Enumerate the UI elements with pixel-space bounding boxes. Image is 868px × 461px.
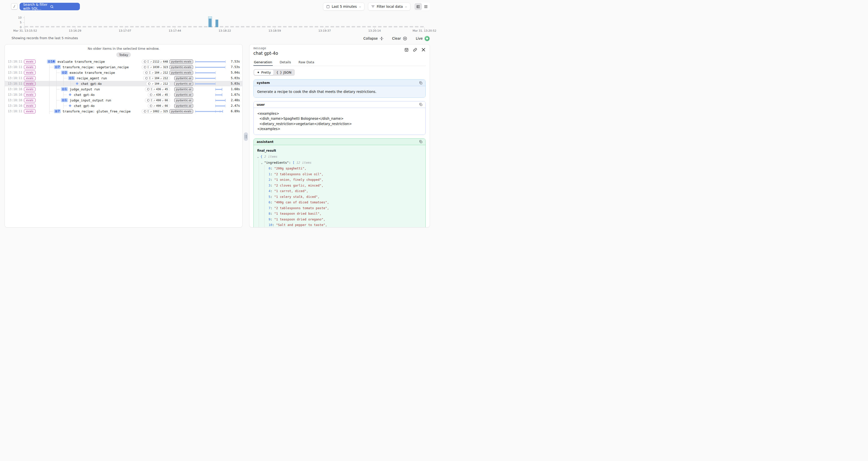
scope-tag[interactable]: pydantic-ai xyxy=(174,76,193,80)
trace-row[interactable]: 13:18:11evals⊞7transform_recipe: gluten_… xyxy=(5,109,242,114)
histogram-bar[interactable] xyxy=(216,20,218,27)
collapse-vertical-icon xyxy=(380,37,383,40)
scope-tag[interactable]: pydantic-ai xyxy=(174,98,193,102)
collapse-node-badge[interactable]: ⊟7 xyxy=(54,65,61,69)
evals-badge[interactable]: evals xyxy=(24,65,36,69)
tab-details[interactable]: Details xyxy=(279,59,291,66)
trace-row[interactable]: 13:18:16evals⊟1judge_output runΣ↗436↙45p… xyxy=(5,86,242,92)
json-tab[interactable]: { } JSON xyxy=(274,70,294,75)
evals-badge[interactable]: evals xyxy=(24,104,36,108)
token-usage-pill[interactable]: Σ↗436↙45 xyxy=(145,87,170,91)
trace-row[interactable]: 13:18:16evalschat gpt-4o↗436↙45pydantic-… xyxy=(5,92,242,97)
live-toggle[interactable]: Live xyxy=(416,36,430,41)
scope-tag[interactable]: pydantic-evals xyxy=(169,60,193,64)
token-usage-pill[interactable]: Σ↗104↙212 xyxy=(143,76,170,80)
search-button[interactable]: Search & filter with SQL... xyxy=(20,3,80,10)
x-tick-label: 13:17:07 xyxy=(119,29,131,32)
system-message-text: Generate a recipe to cook the dish that … xyxy=(254,86,426,97)
evals-badge[interactable]: evals xyxy=(24,109,36,114)
trace-row[interactable]: 13:18:11evals⊟1recipe_agent runΣ↗104↙212… xyxy=(5,75,242,81)
scope-tag[interactable]: pydantic-evals xyxy=(169,70,193,75)
input-tokens-arrow-icon: ↗ xyxy=(152,71,153,74)
evals-badge[interactable]: evals xyxy=(24,93,36,97)
input-tokens-arrow-icon: ↗ xyxy=(153,88,155,91)
collapse-button[interactable]: Collapse xyxy=(364,36,383,40)
scope-tag[interactable]: pydantic-ai xyxy=(174,82,193,86)
y-tick-mark xyxy=(23,18,24,18)
token-usage-pill[interactable]: Σ↗104↙212 xyxy=(143,70,170,75)
leaf-diamond-icon xyxy=(68,104,71,107)
collapse-node-badge[interactable]: ⊟1 xyxy=(61,98,68,102)
time-range-select[interactable]: Last 5 minutes ⌄ xyxy=(323,2,365,10)
scope-tag[interactable]: pydantic-ai xyxy=(174,87,193,91)
duration-bar xyxy=(195,67,225,68)
filter-local-data-select[interactable]: Filter local data ⌄ xyxy=(368,2,410,10)
trace-row[interactable]: 13:18:16evals⊟1judge_input_output runΣ↗4… xyxy=(5,97,242,103)
x-axis-dashed-baseline xyxy=(25,26,425,27)
copy-link-icon[interactable] xyxy=(412,47,418,53)
trace-row[interactable]: 13:18:16evalschat gpt-4o↗490↙66pydantic-… xyxy=(5,103,242,109)
clear-button[interactable]: Clear xyxy=(392,36,407,41)
trace-row[interactable]: 13:18:11evals⊟16evaluate transform_recip… xyxy=(5,59,242,64)
evals-badge[interactable]: evals xyxy=(24,60,36,64)
trace-row[interactable]: 13:18:11evals⊟7transform_recipe: vegetar… xyxy=(5,64,242,70)
system-message-card: system Generate a recipe to cook the dis… xyxy=(253,79,426,98)
evals-badge[interactable]: evals xyxy=(24,70,36,75)
scope-tag[interactable]: pydantic-evals xyxy=(169,109,193,114)
copy-icon[interactable] xyxy=(419,81,423,85)
trace-row[interactable]: 13:18:11evals⊟2execute transform_recipeΣ… xyxy=(5,70,242,75)
coins-icon xyxy=(144,66,147,68)
list-view-toggle[interactable] xyxy=(422,3,430,10)
input-tokens: 436 xyxy=(156,88,161,91)
dock-panel-icon[interactable] xyxy=(404,47,409,53)
tab-raw-data[interactable]: Raw Data xyxy=(298,59,315,66)
evals-badge[interactable]: evals xyxy=(24,82,36,86)
tree-connector-line xyxy=(63,95,67,95)
pretty-tab[interactable]: ✦ Pretty xyxy=(254,70,274,75)
close-icon[interactable] xyxy=(421,47,426,53)
duration-bar-track xyxy=(195,64,225,70)
token-usage-pill[interactable]: Σ↗1030↙323 xyxy=(142,65,170,69)
scope-tag[interactable]: pydantic-ai xyxy=(174,104,193,108)
histogram-bar[interactable] xyxy=(209,19,212,27)
child-count: 1 xyxy=(65,98,67,102)
evals-badge[interactable]: evals xyxy=(24,98,36,102)
tab-generation[interactable]: Generation xyxy=(253,59,273,66)
collapse-node-badge[interactable]: ⊟2 xyxy=(61,70,68,74)
pretty-label: Pretty xyxy=(261,70,271,74)
token-usage-pill[interactable]: Σ↗2112↙648 xyxy=(142,60,170,64)
leaf-diamond-icon xyxy=(68,93,71,96)
token-usage-pill[interactable]: Σ↗1082↙325 xyxy=(142,109,170,114)
input-tokens-arrow-icon: ↗ xyxy=(153,104,155,107)
evals-badge[interactable]: evals xyxy=(24,87,36,91)
duration-bar-track xyxy=(195,97,225,103)
panel-resize-handle[interactable] xyxy=(244,132,248,141)
collapse-node-badge[interactable]: ⊟1 xyxy=(61,87,68,91)
assistant-role-label: assistant xyxy=(257,140,274,144)
tree-view-toggle[interactable] xyxy=(414,3,422,10)
scope-tag[interactable]: pydantic-ai xyxy=(174,93,193,97)
scope-tag[interactable]: pydantic-evals xyxy=(169,65,193,69)
collapse-chevron-icon[interactable]: ⌄ xyxy=(261,160,264,166)
sigma-icon: Σ xyxy=(148,65,149,69)
token-usage-pill[interactable]: ↗490↙66 xyxy=(148,104,170,108)
token-usage-pill[interactable]: ↗104↙212 xyxy=(146,82,170,86)
records-timeline-chart[interactable]: 0510 Mar 31. 13:15:5213:16:2913:17:0713:… xyxy=(0,13,434,33)
date-pill[interactable]: Today xyxy=(116,52,131,57)
trace-row[interactable]: 13:18:11evalschat gpt-4o↗104↙212pydantic… xyxy=(5,81,242,86)
x-tick-mark xyxy=(325,28,325,29)
expand-node-badge[interactable]: ⊞7 xyxy=(54,109,61,113)
token-usage-pill[interactable]: Σ↗490↙66 xyxy=(145,98,170,102)
span-name: transform_recipe: gluten_free_recipe xyxy=(63,110,131,113)
collapse-node-badge[interactable]: ⊟16 xyxy=(47,60,56,64)
x-tick-mark xyxy=(374,28,375,29)
evals-badge[interactable]: evals xyxy=(24,76,36,80)
collapse-chevron-icon[interactable]: ⌄ xyxy=(257,154,260,160)
token-usage-pill[interactable]: ↗436↙45 xyxy=(148,93,170,97)
copy-icon[interactable] xyxy=(419,140,423,143)
duration-bar-track xyxy=(195,70,225,75)
copy-icon[interactable] xyxy=(419,103,423,106)
collapse-node-badge[interactable]: ⊟1 xyxy=(68,76,75,80)
slash-shortcut-key[interactable]: / xyxy=(11,3,18,10)
duration-bar-cap xyxy=(195,77,196,80)
